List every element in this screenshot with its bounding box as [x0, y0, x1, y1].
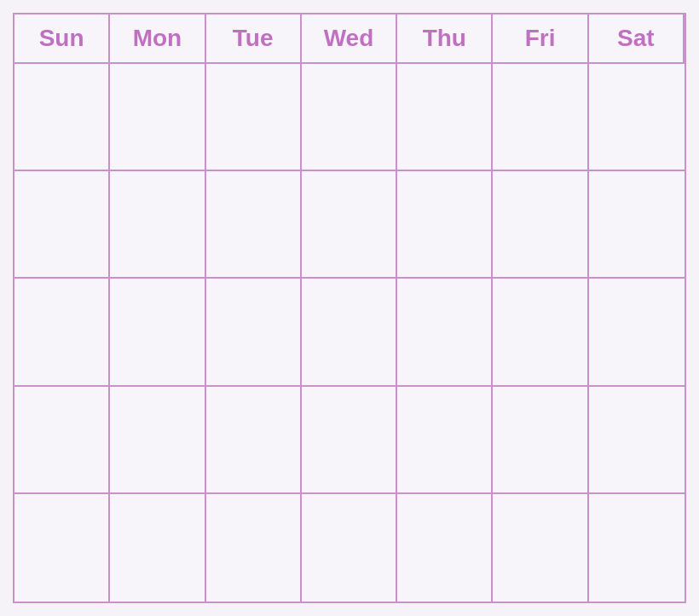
cell-r2-c1[interactable] [14, 171, 110, 279]
header-mon-label: Mon [133, 25, 182, 52]
header-sun: Sun [14, 14, 110, 64]
header-tue: Tue [206, 14, 302, 64]
cell-r2-c7[interactable] [589, 171, 685, 279]
cell-r3-c3[interactable] [206, 279, 302, 386]
cell-r1-c5[interactable] [397, 64, 493, 171]
cell-r5-c5[interactable] [397, 494, 493, 602]
cell-r5-c2[interactable] [110, 494, 205, 602]
header-mon: Mon [110, 14, 205, 64]
cell-r2-c6[interactable] [493, 171, 588, 279]
cell-r1-c6[interactable] [493, 64, 588, 171]
cell-r3-c5[interactable] [397, 279, 493, 386]
header-tue-label: Tue [233, 25, 274, 52]
cell-r3-c4[interactable] [302, 279, 397, 386]
header-sun-label: Sun [39, 25, 84, 52]
cell-r5-c4[interactable] [302, 494, 397, 602]
cell-r4-c4[interactable] [302, 387, 397, 494]
cell-r3-c1[interactable] [14, 279, 110, 386]
header-fri: Fri [493, 14, 588, 64]
cell-r4-c6[interactable] [493, 387, 588, 494]
cell-r2-c5[interactable] [397, 171, 493, 279]
cell-r3-c6[interactable] [493, 279, 588, 386]
cell-r1-c7[interactable] [589, 64, 685, 171]
header-wed: Wed [302, 14, 397, 64]
cell-r4-c3[interactable] [206, 387, 302, 494]
cell-r2-c3[interactable] [206, 171, 302, 279]
header-wed-label: Wed [324, 25, 374, 52]
cell-r4-c5[interactable] [397, 387, 493, 494]
calendar-container: Sun Mon Tue Wed Thu Fri Sat [13, 13, 686, 603]
cell-r2-c4[interactable] [302, 171, 397, 279]
cell-r4-c7[interactable] [589, 387, 685, 494]
cell-r1-c2[interactable] [110, 64, 205, 171]
header-thu: Thu [397, 14, 493, 64]
header-sat-label: Sat [617, 25, 655, 52]
cell-r1-c4[interactable] [302, 64, 397, 171]
cell-r5-c3[interactable] [206, 494, 302, 602]
cell-r5-c6[interactable] [493, 494, 588, 602]
cell-r3-c2[interactable] [110, 279, 205, 386]
cell-r2-c2[interactable] [110, 171, 205, 279]
cell-r5-c1[interactable] [14, 494, 110, 602]
cell-r1-c3[interactable] [206, 64, 302, 171]
cell-r5-c7[interactable] [589, 494, 685, 602]
header-sat: Sat [589, 14, 685, 64]
cell-r1-c1[interactable] [14, 64, 110, 171]
header-thu-label: Thu [423, 25, 466, 52]
cell-r4-c2[interactable] [110, 387, 205, 494]
header-fri-label: Fri [525, 25, 556, 52]
cell-r3-c7[interactable] [589, 279, 685, 386]
cell-r4-c1[interactable] [14, 387, 110, 494]
calendar-grid: Sun Mon Tue Wed Thu Fri Sat [14, 14, 685, 602]
